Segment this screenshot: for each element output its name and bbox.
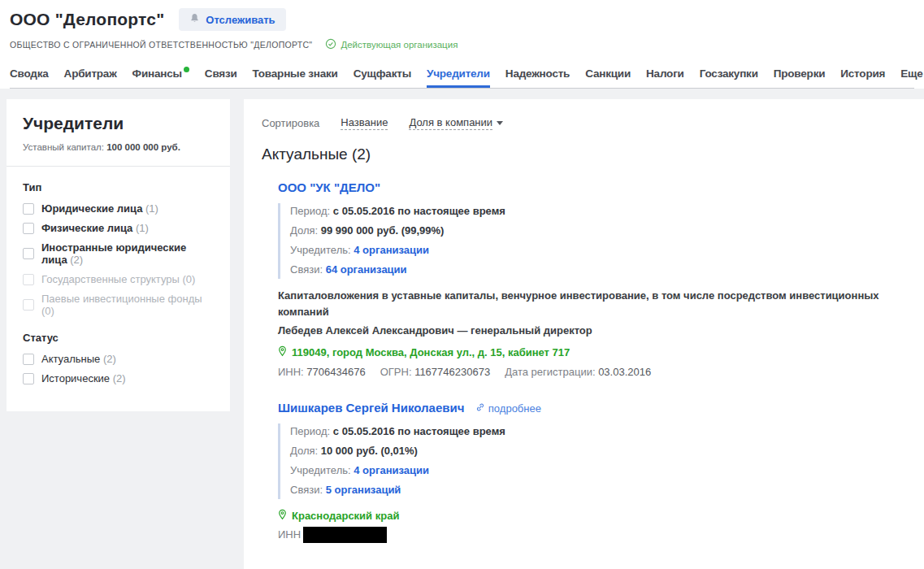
tab-nalogi[interactable]: Налоги: [646, 62, 684, 88]
tab-suschfakty[interactable]: Сущфакты: [354, 62, 411, 88]
green-dot-icon: [184, 67, 189, 72]
filter-group-status-title: Статус: [23, 332, 214, 344]
filter-legal-entities[interactable]: Юридические лица (1): [23, 202, 214, 215]
relations-link[interactable]: 64 организации: [326, 263, 407, 276]
sort-row: Сортировка Название Доля в компании: [262, 116, 904, 130]
filter-actual[interactable]: Актуальные (2): [23, 353, 214, 365]
tab-tovarnye-znaki[interactable]: Товарные знаки: [253, 62, 338, 88]
founder-name-link[interactable]: Шишкарев Сергей Николаевич: [278, 401, 464, 415]
tab-nadezhnost[interactable]: Надежность: [505, 62, 570, 88]
founders-panel: Сортировка Название Доля в компании Акту…: [244, 99, 924, 569]
tab-istoriya[interactable]: История: [840, 62, 885, 88]
tab-arbitrazh[interactable]: Арбитраж: [64, 62, 117, 88]
tab-svodka[interactable]: Сводка: [10, 62, 49, 88]
person-meta: ИНН: [278, 527, 904, 543]
filter-historical[interactable]: Исторические (2): [23, 372, 214, 384]
divider: [7, 166, 230, 167]
filter-individuals[interactable]: Физические лица (1): [23, 222, 214, 234]
founder-name-link[interactable]: ООО "УК "ДЕЛО": [278, 180, 380, 194]
sort-by-name[interactable]: Название: [341, 116, 388, 130]
tab-sanktsii[interactable]: Санкции: [585, 62, 631, 88]
activity-description: Капиталовложения в уставные капиталы, ве…: [278, 288, 904, 322]
check-circle-icon: [325, 38, 336, 51]
checkbox[interactable]: [23, 248, 34, 259]
filter-investment-funds: Паевые инвестиционные фонды (0): [23, 293, 214, 317]
tab-uchrediteli[interactable]: Учредители: [427, 62, 490, 88]
director-line: Лебедев Алексей Александрович — генераль…: [278, 323, 904, 340]
checkbox[interactable]: [23, 373, 34, 384]
founder-fields: Период: с 05.05.2016 по настоящее время …: [278, 203, 904, 279]
location-pin-icon: [278, 345, 287, 359]
address-link[interactable]: 119049, город Москва, Донская ул., д. 15…: [278, 345, 904, 359]
tab-esche[interactable]: Еще: [900, 62, 922, 88]
founder-entry: ООО "УК "ДЕЛО" Период: с 05.05.2016 по н…: [278, 180, 904, 378]
relations-link[interactable]: 5 организаций: [326, 484, 401, 496]
company-full-name: ОБЩЕСТВО С ОГРАНИЧЕННОЙ ОТВЕТСТВЕННОСТЬЮ…: [10, 40, 312, 50]
founder-orgs-link[interactable]: 4 организации: [354, 244, 429, 256]
follow-button[interactable]: Отслеживать: [179, 8, 285, 31]
page-title: ООО "Делопортс": [10, 10, 164, 29]
caret-down-icon: [497, 121, 503, 125]
status-badge: Действующая организация: [325, 38, 458, 51]
company-meta: ИНН: 7706434676 ОГРН: 1167746230673 Дата…: [278, 366, 904, 378]
charter-capital: Уставный капитал: 100 000 000 руб.: [23, 142, 214, 152]
checkbox: [23, 274, 34, 285]
tab-goszakupki[interactable]: Госзакупки: [700, 62, 758, 88]
more-details-link[interactable]: подробнее: [475, 402, 541, 415]
checkbox[interactable]: [23, 223, 34, 234]
checkbox[interactable]: [23, 203, 34, 215]
filter-group-type-title: Тип: [23, 181, 214, 193]
link-icon: [475, 402, 485, 415]
sort-by-share[interactable]: Доля в компании: [409, 116, 503, 130]
founder-orgs-link[interactable]: 4 организации: [354, 464, 429, 476]
follow-button-label: Отслеживать: [206, 14, 275, 26]
region-link[interactable]: Краснодарский край: [278, 509, 904, 523]
sort-label: Сортировка: [262, 117, 319, 129]
tab-finansy[interactable]: Финансы: [132, 62, 189, 88]
page-header: ООО "Делопортс" Отслеживать ОБЩЕСТВО С О…: [0, 0, 924, 89]
founder-fields: Период: с 05.05.2016 по настоящее время …: [278, 423, 904, 499]
founder-entry: Шишкарев Сергей Николаевич подробнее Пер…: [278, 401, 904, 543]
filters-sidebar: Учредители Уставный капитал: 100 000 000…: [7, 99, 230, 411]
checkbox: [23, 299, 34, 311]
section-actual-title: Актуальные (2): [262, 146, 904, 163]
filter-foreign-legal-entities[interactable]: Иностранные юридические лица (2): [23, 241, 214, 266]
location-pin-icon: [278, 509, 287, 523]
redacted-inn: [303, 527, 387, 543]
tab-svyazi[interactable]: Связи: [205, 62, 237, 88]
tab-bar: Сводка Арбитраж Финансы Связи Товарные з…: [10, 62, 914, 89]
status-badge-label: Действующая организация: [341, 40, 458, 50]
checkbox[interactable]: [23, 354, 34, 365]
sidebar-title: Учредители: [23, 114, 214, 133]
bell-icon: [189, 13, 200, 26]
filter-state-structures: Государственные структуры (0): [23, 273, 214, 285]
section-historical-title: Исторические (2): [262, 566, 904, 569]
tab-proverki[interactable]: Проверки: [774, 62, 826, 88]
